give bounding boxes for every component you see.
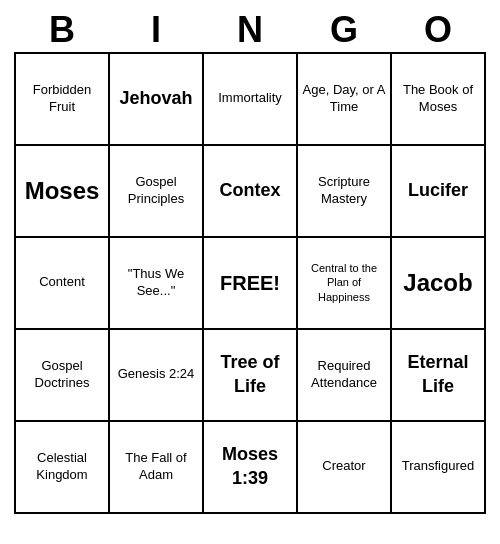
cell-r4-c0: Celestial Kingdom — [16, 422, 110, 514]
cell-r4-c1: The Fall of Adam — [110, 422, 204, 514]
cell-r1-c4: Lucifer — [392, 146, 486, 238]
cell-r1-c1: Gospel Principles — [110, 146, 204, 238]
bingo-header: BINGO — [15, 10, 485, 50]
cell-r0-c0: Forbidden Fruit — [16, 54, 110, 146]
header-letter-o: O — [391, 10, 485, 50]
cell-r0-c1: Jehovah — [110, 54, 204, 146]
cell-r2-c2: FREE! — [204, 238, 298, 330]
cell-r2-c3: Central to the Plan of Happiness — [298, 238, 392, 330]
cell-r4-c3: Creator — [298, 422, 392, 514]
header-letter-b: B — [15, 10, 109, 50]
header-letter-g: G — [297, 10, 391, 50]
bingo-grid: Forbidden FruitJehovahImmortalityAge, Da… — [14, 52, 486, 514]
cell-r1-c2: Contex — [204, 146, 298, 238]
cell-r2-c4: Jacob — [392, 238, 486, 330]
cell-r0-c3: Age, Day, or A Time — [298, 54, 392, 146]
cell-r3-c4: Eternal Life — [392, 330, 486, 422]
cell-r0-c4: The Book of Moses — [392, 54, 486, 146]
cell-r0-c2: Immortality — [204, 54, 298, 146]
cell-r2-c0: Content — [16, 238, 110, 330]
header-letter-n: N — [203, 10, 297, 50]
cell-r1-c3: Scripture Mastery — [298, 146, 392, 238]
cell-r3-c0: Gospel Doctrines — [16, 330, 110, 422]
header-letter-i: I — [109, 10, 203, 50]
cell-r1-c0: Moses — [16, 146, 110, 238]
cell-r4-c2: Moses 1:39 — [204, 422, 298, 514]
cell-r4-c4: Transfigured — [392, 422, 486, 514]
cell-r3-c2: Tree of Life — [204, 330, 298, 422]
cell-r2-c1: "Thus We See..." — [110, 238, 204, 330]
cell-r3-c1: Genesis 2:24 — [110, 330, 204, 422]
cell-r3-c3: Required Attendance — [298, 330, 392, 422]
